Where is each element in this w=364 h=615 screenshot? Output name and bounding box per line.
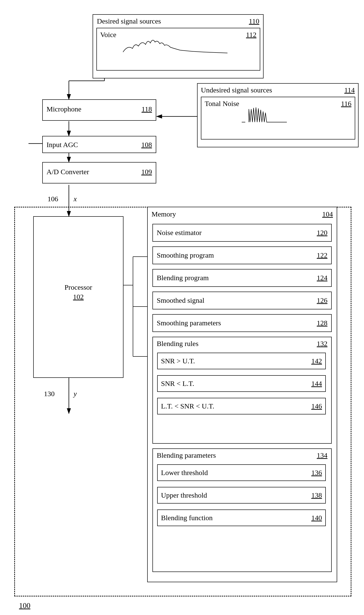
smoothed-signal-ref: 126 xyxy=(317,296,327,304)
smoothed-signal-box: Smoothed signal 126 xyxy=(152,292,332,309)
blending-rules-group: Blending rules 132 SNR > U.T. 142 SNR < … xyxy=(152,337,332,444)
undesired-signal-sources-label: Undesired signal sources xyxy=(201,86,272,94)
voice-label: Voice xyxy=(100,31,116,39)
blending-function-label: Blending function xyxy=(161,514,212,522)
snr-ut-box: SNR > U.T. 142 xyxy=(157,353,326,369)
blending-function-ref: 140 xyxy=(311,514,322,522)
lower-threshold-ref: 136 xyxy=(311,469,322,477)
diagram-container: Desired signal sources 110 Voice 112 Und… xyxy=(0,0,364,615)
noise-estimator-ref: 120 xyxy=(317,229,327,237)
memory-ref: 104 xyxy=(322,210,333,218)
processor-ref: 102 xyxy=(73,293,84,301)
upper-threshold-box: Upper threshold 138 xyxy=(157,487,326,504)
processor-box: Processor 102 xyxy=(33,216,123,378)
blending-program-ref: 124 xyxy=(317,274,327,282)
microphone-ref: 118 xyxy=(142,105,152,113)
path-130-label: 130 xyxy=(44,390,55,398)
undesired-signal-sources-group: Undesired signal sources 114 Tonal Noise… xyxy=(197,83,359,147)
processor-label: Processor xyxy=(65,283,92,291)
blending-params-group: Blending parameters 134 Lower threshold … xyxy=(152,448,332,572)
blending-program-box: Blending program 124 xyxy=(152,269,332,287)
microphone-box: Microphone 118 xyxy=(42,99,156,121)
noise-estimator-box: Noise estimator 120 xyxy=(152,224,332,242)
smoothing-program-label: Smoothing program xyxy=(157,251,214,259)
ad-converter-label: A/D Converter xyxy=(47,168,89,176)
lt-snr-ut-box: L.T. < SNR < U.T. 146 xyxy=(157,398,326,414)
smoothing-params-box: Smoothing parameters 128 xyxy=(152,314,332,332)
memory-group: Memory 104 Noise estimator 120 Smoothing… xyxy=(147,207,337,582)
smoothing-program-ref: 122 xyxy=(317,251,327,259)
blending-rules-label: Blending rules xyxy=(157,340,198,348)
lt-snr-ut-label: L.T. < SNR < U.T. xyxy=(161,402,214,410)
input-agc-label: Input AGC xyxy=(47,141,78,149)
desired-signal-sources-label: Desired signal sources xyxy=(97,17,161,25)
undesired-signal-sources-ref: 114 xyxy=(344,86,355,94)
smoothing-params-label: Smoothing parameters xyxy=(157,319,221,327)
tonal-noise-label: Tonal Noise xyxy=(205,100,239,108)
tonal-noise-waveform xyxy=(239,103,323,129)
ad-converter-box: A/D Converter 109 xyxy=(42,162,156,184)
voice-waveform xyxy=(121,35,230,59)
path-106-label: 106 xyxy=(48,195,58,203)
snr-ut-ref: 142 xyxy=(311,357,322,365)
noise-estimator-label: Noise estimator xyxy=(157,229,202,237)
desired-signal-sources-group: Desired signal sources 110 Voice 112 xyxy=(93,14,264,79)
lower-threshold-box: Lower threshold 136 xyxy=(157,464,326,481)
smoothing-params-ref: 128 xyxy=(317,319,327,327)
smoothed-signal-label: Smoothed signal xyxy=(157,296,204,304)
input-agc-ref: 108 xyxy=(141,141,152,149)
snr-lt-label: SNR < L.T. xyxy=(161,379,194,388)
system-ref: 100 xyxy=(19,601,30,610)
snr-lt-ref: 144 xyxy=(311,379,322,388)
blending-rules-ref: 132 xyxy=(317,340,327,348)
blending-params-label: Blending parameters xyxy=(157,451,216,459)
blending-program-label: Blending program xyxy=(157,274,209,282)
lower-threshold-label: Lower threshold xyxy=(161,469,208,477)
upper-threshold-ref: 138 xyxy=(311,491,322,499)
microphone-label: Microphone xyxy=(47,105,81,113)
y-label: y xyxy=(74,390,77,398)
snr-ut-label: SNR > U.T. xyxy=(161,357,195,365)
lt-snr-ut-ref: 146 xyxy=(311,402,322,410)
input-agc-box: Input AGC 108 xyxy=(42,136,156,153)
ad-converter-ref: 109 xyxy=(141,168,152,176)
desired-signal-sources-ref: 110 xyxy=(249,17,259,25)
memory-label: Memory xyxy=(152,210,176,218)
tonal-noise-ref: 116 xyxy=(341,100,351,108)
x-label: x xyxy=(74,195,77,203)
smoothing-program-box: Smoothing program 122 xyxy=(152,246,332,264)
snr-lt-box: SNR < L.T. 144 xyxy=(157,375,326,392)
blending-function-box: Blending function 140 xyxy=(157,509,326,526)
blending-params-ref: 134 xyxy=(317,451,327,459)
voice-ref: 112 xyxy=(246,31,256,39)
upper-threshold-label: Upper threshold xyxy=(161,491,207,499)
